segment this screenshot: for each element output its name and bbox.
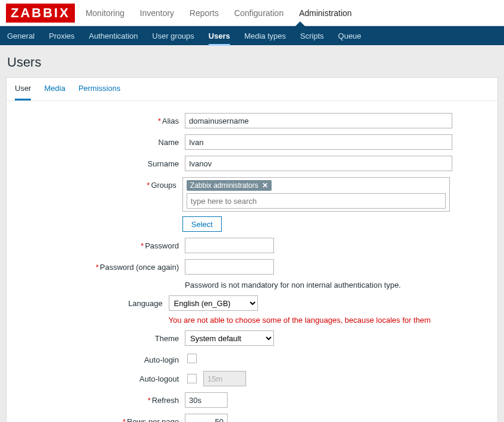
main-nav: Monitoring Inventory Reports Configurati…: [86, 8, 352, 18]
tabs: User Media Permissions: [7, 78, 497, 101]
page-title: Users: [7, 55, 498, 70]
topbar: ZABBIX Monitoring Inventory Reports Conf…: [0, 0, 504, 26]
main-nav-configuration[interactable]: Configuration: [234, 8, 284, 18]
label-rows: Rows per page: [127, 417, 179, 422]
page-area: Users User Media Permissions *Alias Name: [0, 45, 504, 422]
groups-search-input[interactable]: [187, 193, 446, 209]
sub-nav-proxies[interactable]: Proxies: [49, 32, 74, 40]
label-autologin: Auto-login: [144, 355, 179, 364]
sub-nav-media-types[interactable]: Media types: [244, 32, 286, 40]
rows-per-page-input[interactable]: [185, 414, 228, 422]
label-theme: Theme: [155, 334, 179, 343]
main-nav-inventory[interactable]: Inventory: [140, 8, 174, 18]
language-select[interactable]: English (en_GB): [169, 295, 258, 311]
sub-nav-users[interactable]: Users: [209, 32, 230, 46]
autologout-value-input: [203, 371, 246, 386]
theme-select[interactable]: System default: [185, 330, 274, 346]
tab-media[interactable]: Media: [44, 84, 65, 100]
label-refresh: Refresh: [152, 396, 179, 405]
sub-nav-queue[interactable]: Queue: [338, 32, 361, 40]
refresh-input[interactable]: [185, 392, 228, 408]
main-nav-monitoring[interactable]: Monitoring: [86, 8, 124, 18]
name-input[interactable]: [185, 134, 452, 150]
label-password-again: Password (once again): [100, 263, 179, 272]
sub-nav-general[interactable]: General: [7, 32, 34, 40]
label-language: Language: [128, 299, 163, 308]
select-groups-button[interactable]: Select: [182, 216, 222, 232]
autologout-checkbox[interactable]: [187, 374, 197, 383]
sub-nav-authentication[interactable]: Authentication: [89, 32, 138, 40]
surname-input[interactable]: [185, 156, 452, 171]
group-tag-label: Zabbix administrators: [190, 181, 259, 190]
tab-user[interactable]: User: [15, 84, 31, 100]
label-alias: Alias: [162, 116, 179, 125]
password-note: Password is not mandatory for non intern…: [185, 281, 401, 289]
sub-nav-user-groups[interactable]: User groups: [152, 32, 194, 40]
remove-group-icon[interactable]: ✕: [262, 181, 268, 190]
language-warning: You are not able to choose some of the l…: [169, 316, 431, 325]
label-password: Password: [145, 241, 179, 250]
content-panel: User Media Permissions *Alias Name S: [6, 77, 498, 422]
password-input[interactable]: [185, 238, 274, 253]
user-form: *Alias Name Surname *Gr: [7, 101, 497, 422]
tab-permissions[interactable]: Permissions: [78, 84, 121, 100]
group-tag: Zabbix administrators ✕: [187, 180, 272, 191]
label-groups: Groups: [151, 181, 177, 190]
nav-indicator-arrow: [295, 21, 305, 26]
autologin-checkbox[interactable]: [187, 354, 197, 363]
main-nav-administration[interactable]: Administration: [299, 8, 352, 18]
alias-input[interactable]: [185, 113, 452, 128]
logo: ZABBIX: [6, 4, 75, 23]
password-again-input[interactable]: [185, 259, 274, 275]
sub-nav-scripts[interactable]: Scripts: [300, 32, 324, 40]
main-nav-reports[interactable]: Reports: [190, 8, 219, 18]
label-name: Name: [158, 138, 179, 147]
label-surname: Surname: [147, 159, 179, 168]
sub-nav: General Proxies Authentication User grou…: [0, 26, 504, 45]
groups-box[interactable]: Zabbix administrators ✕: [182, 177, 450, 212]
label-autologout: Auto-logout: [140, 374, 179, 383]
